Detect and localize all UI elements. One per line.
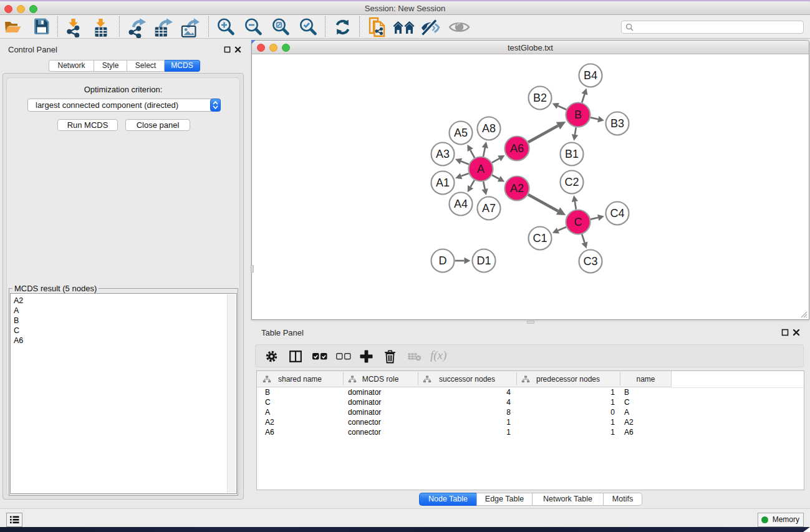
svg-text:B: B (574, 109, 582, 121)
svg-text:A1: A1 (436, 177, 450, 189)
svg-text:A5: A5 (454, 127, 468, 139)
svg-text:B3: B3 (610, 117, 624, 130)
svg-text:A8: A8 (482, 122, 496, 135)
svg-text:C1: C1 (533, 232, 547, 244)
svg-text:B4: B4 (584, 69, 597, 82)
svg-text:C2: C2 (564, 176, 579, 188)
svg-text:A3: A3 (436, 148, 450, 160)
svg-text:A2: A2 (510, 182, 524, 195)
svg-text:D1: D1 (476, 254, 491, 267)
svg-text:C: C (574, 216, 582, 228)
svg-text:C4: C4 (610, 207, 624, 220)
svg-text:B2: B2 (533, 92, 547, 104)
svg-text:D: D (439, 254, 447, 267)
svg-text:A4: A4 (454, 198, 468, 210)
svg-text:A6: A6 (510, 142, 524, 155)
svg-text:C3: C3 (583, 255, 597, 268)
svg-text:B1: B1 (565, 148, 579, 160)
svg-text:A: A (477, 163, 485, 175)
svg-text:A7: A7 (482, 202, 496, 215)
